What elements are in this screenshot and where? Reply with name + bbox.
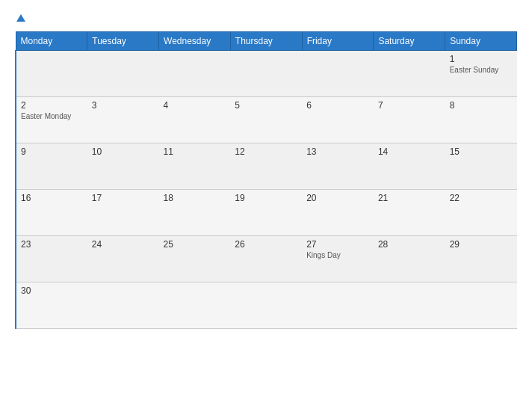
- day-number: 21: [378, 193, 441, 203]
- day-number: 19: [235, 193, 297, 203]
- day-number: 28: [378, 239, 441, 250]
- header: [15, 12, 517, 24]
- day-cell: 13: [302, 143, 374, 190]
- day-cell: 17: [87, 190, 159, 236]
- day-cell: [230, 282, 302, 329]
- weekday-header-thursday: Thursday: [230, 32, 302, 51]
- day-number: 24: [92, 239, 155, 250]
- day-cell: 29: [445, 236, 517, 282]
- day-cell: 2Easter Monday: [16, 97, 87, 143]
- weekday-header-row: MondayTuesdayWednesdayThursdayFridaySatu…: [16, 32, 517, 51]
- day-cell: [87, 51, 159, 97]
- day-event: Kings Day: [306, 251, 369, 259]
- weekday-header-tuesday: Tuesday: [87, 32, 159, 51]
- day-cell: [16, 51, 87, 97]
- week-row-5: 2324252627Kings Day2829: [16, 236, 517, 282]
- weekday-header-wednesday: Wednesday: [159, 32, 231, 51]
- weekday-header-sunday: Sunday: [445, 32, 517, 51]
- day-event: Easter Monday: [21, 112, 83, 120]
- day-number: 16: [21, 193, 83, 203]
- day-event: Easter Sunday: [450, 66, 513, 74]
- day-cell: [159, 51, 231, 97]
- week-row-6: 30: [16, 282, 517, 329]
- day-number: 27: [306, 239, 369, 250]
- day-number: 15: [450, 146, 513, 157]
- day-number: 6: [306, 100, 369, 111]
- day-cell: 12: [230, 143, 302, 190]
- day-cell: [374, 282, 445, 329]
- weekday-header-friday: Friday: [302, 32, 374, 51]
- week-row-1: 1Easter Sunday: [16, 51, 517, 97]
- day-number: 10: [92, 146, 155, 157]
- day-cell: [302, 51, 374, 97]
- day-number: 7: [378, 100, 441, 111]
- logo: [15, 12, 25, 24]
- day-cell: 8: [445, 97, 517, 143]
- day-cell: [230, 51, 302, 97]
- day-number: 14: [378, 146, 441, 157]
- day-number: 4: [164, 100, 226, 111]
- day-cell: 5: [230, 97, 302, 143]
- day-number: 29: [450, 239, 513, 250]
- day-cell: 7: [374, 97, 445, 143]
- calendar-table: MondayTuesdayWednesdayThursdayFridaySatu…: [15, 31, 517, 329]
- day-cell: [374, 51, 445, 97]
- day-number: 9: [21, 146, 83, 157]
- day-cell: 4: [159, 97, 231, 143]
- day-number: 18: [164, 193, 226, 203]
- day-cell: 24: [87, 236, 159, 282]
- day-cell: 1Easter Sunday: [445, 51, 517, 97]
- day-number: 5: [235, 100, 297, 111]
- weekday-header-monday: Monday: [16, 32, 87, 51]
- day-cell: [87, 282, 159, 329]
- day-cell: 10: [87, 143, 159, 190]
- week-row-4: 16171819202122: [16, 190, 517, 236]
- day-cell: 6: [302, 97, 374, 143]
- day-number: 23: [21, 239, 83, 250]
- day-number: 25: [164, 239, 226, 250]
- day-cell: 16: [16, 190, 87, 236]
- day-cell: 28: [374, 236, 445, 282]
- day-cell: 19: [230, 190, 302, 236]
- day-cell: [445, 282, 517, 329]
- day-cell: 25: [159, 236, 231, 282]
- day-cell: 22: [445, 190, 517, 236]
- day-cell: [302, 282, 374, 329]
- day-cell: 23: [16, 236, 87, 282]
- day-cell: [159, 282, 231, 329]
- day-cell: 14: [374, 143, 445, 190]
- day-number: 3: [92, 100, 155, 111]
- day-number: 2: [21, 100, 83, 111]
- day-cell: 11: [159, 143, 231, 190]
- day-cell: 9: [16, 143, 87, 190]
- week-row-2: 2Easter Monday345678: [16, 97, 517, 143]
- day-number: 26: [235, 239, 297, 250]
- day-cell: 27Kings Day: [302, 236, 374, 282]
- day-number: 20: [306, 193, 369, 203]
- day-cell: 3: [87, 97, 159, 143]
- day-number: 30: [21, 285, 83, 296]
- week-row-3: 9101112131415: [16, 143, 517, 190]
- day-number: 11: [164, 146, 226, 157]
- logo-triangle-icon: [16, 14, 25, 22]
- weekday-header-saturday: Saturday: [374, 32, 445, 51]
- day-cell: 21: [374, 190, 445, 236]
- day-number: 12: [235, 146, 297, 157]
- calendar-page: MondayTuesdayWednesdayThursdayFridaySatu…: [0, 0, 532, 411]
- day-cell: 20: [302, 190, 374, 236]
- day-cell: 30: [16, 282, 87, 329]
- day-number: 17: [92, 193, 155, 203]
- logo-text: [15, 12, 25, 24]
- day-cell: 18: [159, 190, 231, 236]
- day-cell: 15: [445, 143, 517, 190]
- day-number: 1: [450, 54, 513, 64]
- day-number: 22: [450, 193, 513, 203]
- day-number: 13: [306, 146, 369, 157]
- day-cell: 26: [230, 236, 302, 282]
- day-number: 8: [450, 100, 513, 111]
